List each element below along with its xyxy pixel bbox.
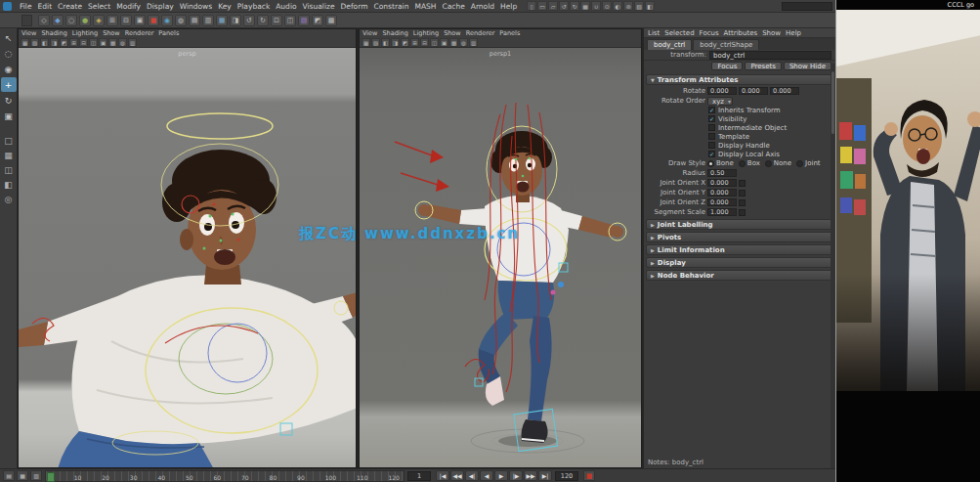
shelf-icon[interactable]: ○ xyxy=(65,15,77,26)
shelf-icon[interactable]: ▩ xyxy=(325,15,337,26)
snap-plane-icon[interactable]: ◐ xyxy=(613,1,622,11)
viewport-toolbar-icon[interactable]: ⊞ xyxy=(410,38,419,47)
viewport-canvas-left[interactable]: persp xyxy=(19,48,356,467)
viewport-toolbar-icon[interactable]: ◧ xyxy=(40,38,49,47)
shelf-icon[interactable]: ⊟ xyxy=(120,15,132,26)
play-forwards-button[interactable]: ▶ xyxy=(494,470,508,481)
render-settings-icon[interactable]: ◧ xyxy=(645,1,655,11)
viewport-toolbar-icon[interactable]: ◍ xyxy=(118,38,127,47)
shelf-icon[interactable]: ▥ xyxy=(202,15,214,26)
set-key-button[interactable]: ■ xyxy=(583,470,595,481)
viewport-toolbar-icon[interactable]: ▣ xyxy=(99,38,107,47)
viewport-toolbar-icon[interactable]: ◨ xyxy=(391,38,400,47)
collapsed-section-header[interactable]: Node Behavior xyxy=(646,270,833,281)
go-to-end-button[interactable]: ▶| xyxy=(538,470,552,481)
step-back-button[interactable]: ◀| xyxy=(465,470,479,481)
quick-selection-input[interactable] xyxy=(782,2,832,11)
render-icon[interactable]: ▧ xyxy=(634,1,644,11)
graph-editor-button[interactable]: ▦ xyxy=(17,470,28,481)
viewport-toolbar-icon[interactable]: ▦ xyxy=(362,38,370,47)
current-frame-field[interactable]: 1 xyxy=(407,471,431,481)
range-end-field[interactable]: 120 xyxy=(555,471,578,481)
attribute-editor-menu-item[interactable]: Selected xyxy=(664,29,694,37)
snap-curve-icon[interactable]: ∪ xyxy=(591,1,601,11)
attribute-value-field[interactable]: 0.000 xyxy=(707,179,737,187)
shelf-icon[interactable]: ⊡ xyxy=(271,15,282,26)
attribute-editor-menu-item[interactable]: List xyxy=(648,29,660,37)
step-forward-button[interactable]: |▶ xyxy=(509,470,523,481)
go-to-start-button[interactable]: |◀ xyxy=(436,470,449,481)
viewport-toolbar-icon[interactable]: ▩ xyxy=(108,38,117,47)
new-scene-icon[interactable]: ▯ xyxy=(527,1,536,11)
reference-video-window[interactable]: CCCL go xyxy=(835,0,980,482)
construction-history-icon[interactable]: ⊚ xyxy=(623,1,633,11)
shelf-icon[interactable]: ▤ xyxy=(189,15,200,26)
checkbox-icon[interactable] xyxy=(739,199,746,206)
shelf-icon[interactable]: ▨ xyxy=(298,15,310,26)
select-tool[interactable]: ↖ xyxy=(1,30,17,45)
shelf-icon[interactable]: ● xyxy=(79,15,91,26)
outliner-persp-layout-button[interactable]: ◧ xyxy=(1,178,17,192)
viewport-toolbar-icon[interactable]: ▥ xyxy=(469,38,478,47)
menu-item[interactable]: Constrain xyxy=(370,2,411,11)
show-hide-button[interactable]: Show Hide xyxy=(784,62,831,70)
shelf-icon[interactable]: ◆ xyxy=(52,15,64,26)
section-transform-attributes[interactable]: Transform Attributes xyxy=(646,74,833,85)
menu-item[interactable]: Audio xyxy=(273,2,299,11)
shelf-icon[interactable]: ◍ xyxy=(175,15,187,26)
attribute-checkbox[interactable]: Display Handle xyxy=(644,141,835,150)
radius-field[interactable]: 0.50 xyxy=(707,169,737,177)
play-backwards-button[interactable]: ◀ xyxy=(480,470,493,481)
rotate-y-field[interactable]: 0.000 xyxy=(739,87,768,95)
viewport-menu-item[interactable]: Lighting xyxy=(413,29,439,37)
menu-item[interactable]: Display xyxy=(144,2,177,11)
attribute-value-field[interactable]: 1.000 xyxy=(707,208,737,216)
menu-item[interactable]: Deform xyxy=(338,2,371,11)
viewport-toolbar-icon[interactable]: ▧ xyxy=(371,38,380,47)
presets-button[interactable]: Presets xyxy=(745,62,781,70)
undo-icon[interactable]: ↺ xyxy=(559,1,569,11)
snap-point-icon[interactable]: ⊙ xyxy=(602,1,612,11)
attribute-editor-menu-item[interactable]: Help xyxy=(786,29,801,37)
shelf-icon[interactable]: ↻ xyxy=(257,15,269,26)
menu-item[interactable]: Edit xyxy=(35,2,56,11)
rotate-z-field[interactable]: 0.000 xyxy=(770,87,799,95)
frame-scrubber[interactable]: 1102030405060708090100110120 xyxy=(45,470,405,482)
zoom-layout-button[interactable]: ◎ xyxy=(1,193,17,206)
checkbox-icon[interactable] xyxy=(739,190,746,197)
shelf-icon[interactable]: ◨ xyxy=(230,15,241,26)
menu-item[interactable]: Arnold xyxy=(468,2,497,11)
viewport-toolbar-icon[interactable]: ◩ xyxy=(60,38,68,47)
viewport-toolbar-icon[interactable]: ◨ xyxy=(50,38,59,47)
viewport-toolbar-icon[interactable]: ▦ xyxy=(21,38,29,47)
draw-style-radio[interactable]: Joint xyxy=(796,159,820,167)
save-scene-icon[interactable]: ▱ xyxy=(548,1,558,11)
collapsed-section-header[interactable]: Limit Information xyxy=(646,244,833,255)
viewport-toolbar-icon[interactable]: ◧ xyxy=(381,38,390,47)
viewport-toolbar-icon[interactable]: ▣ xyxy=(440,38,448,47)
attribute-editor-menu-item[interactable]: Focus xyxy=(700,29,719,37)
open-scene-icon[interactable]: ▭ xyxy=(537,1,547,11)
viewport-menu-item[interactable]: Panels xyxy=(158,29,179,37)
menu-item[interactable]: Help xyxy=(497,2,520,11)
draw-style-radio[interactable]: None xyxy=(765,159,791,167)
menu-item[interactable]: Playback xyxy=(234,2,273,11)
viewport-toolbar-icon[interactable]: ⊟ xyxy=(420,38,429,47)
attribute-value-field[interactable]: 0.000 xyxy=(707,189,737,197)
viewport-menu-item[interactable]: Show xyxy=(103,29,120,37)
attribute-checkbox[interactable]: Display Local Axis xyxy=(644,150,835,158)
menu-item[interactable]: Modify xyxy=(113,2,144,11)
scale-tool[interactable]: ▣ xyxy=(1,109,17,123)
viewport-menu-item[interactable]: View xyxy=(362,29,377,37)
viewport-menu-item[interactable]: View xyxy=(21,29,36,37)
viewport-toolbar-icon[interactable]: ▧ xyxy=(30,38,39,47)
viewport-toolbar-icon[interactable]: ⊟ xyxy=(79,38,88,47)
attribute-checkbox[interactable]: Visibility xyxy=(644,114,835,123)
two-pane-layout-button[interactable]: ◫ xyxy=(1,163,17,177)
viewport-toolbar-icon[interactable]: ◫ xyxy=(89,38,98,47)
viewport-menu-item[interactable]: Lighting xyxy=(72,29,98,37)
rotate-tool[interactable]: ↻ xyxy=(1,93,17,108)
collapsed-section-header[interactable]: Joint Labelling xyxy=(646,219,833,230)
attribute-checkbox[interactable]: Template xyxy=(644,132,835,141)
viewport-menu-item[interactable]: Show xyxy=(444,29,461,37)
